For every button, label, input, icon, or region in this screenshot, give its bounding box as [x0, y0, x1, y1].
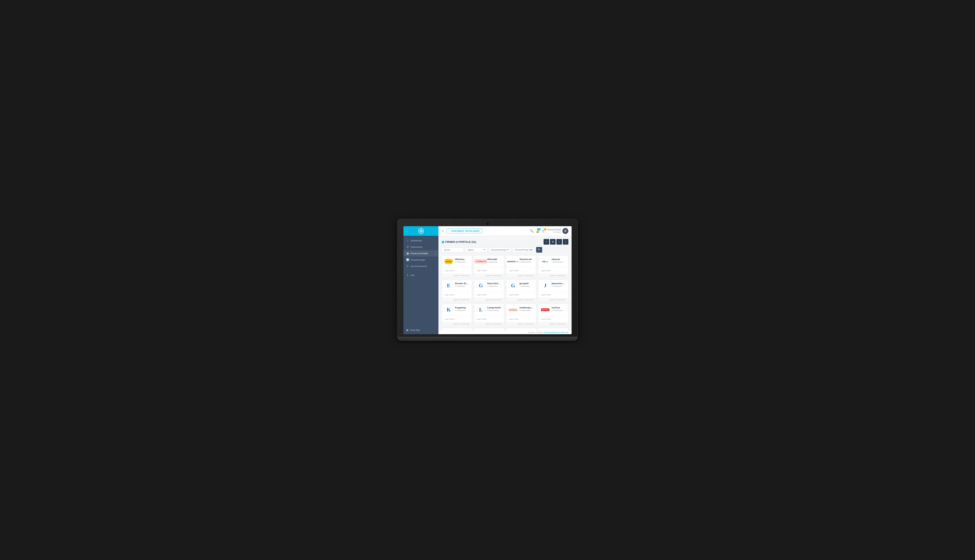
upload-button[interactable]: ↑ DOKUMENT HOCHLADEN [446, 228, 482, 233]
card-name-afterbuy: Afterbuy [455, 258, 469, 260]
status-bar: Zentrales Postfach: dvelopag2@getmyinvoi… [438, 330, 572, 334]
laptop-shell: ⏻ ⌂ Dashboard ☰ Dokumente ▦ F [397, 219, 578, 341]
sidebar-item-synchronisieren[interactable]: ↻ Synchronisieren [403, 263, 438, 269]
company-card-afterbuy[interactable]: afterbuy Afterbuy 1 Dokument [442, 255, 472, 278]
company-card-ebay[interactable]: ebay ebay.de 2 Dokumente [538, 255, 569, 278]
card-name-alternate: Alternate [487, 258, 502, 260]
search-button[interactable]: 🔍 [530, 229, 534, 233]
company-card-alternate[interactable]: ALTERNATE Alternate 1 Dokument [474, 255, 504, 278]
topbar-right: 🔍 🔔 17 🛒 0 Richard Rich [530, 228, 569, 234]
company-card-kupplung[interactable]: K Kupplung 1 Dokument [442, 304, 472, 326]
notification-bell[interactable]: 🔔 17 [536, 229, 540, 233]
afterbuy-logo: afterbuy [444, 258, 453, 265]
search-input[interactable] [442, 247, 464, 252]
app-container: ⏻ ⌂ Dashboard ☰ Dokumente ▦ F [403, 226, 572, 334]
page-header: ▦ FIRMEN & PORTALE (21) + ⚙ ↕ ⋮ [442, 239, 569, 245]
page-title: ▦ FIRMEN & PORTALE (21) [442, 240, 476, 243]
company-card-elcotec[interactable]: E Elcotec Electronic 1 Dokument [442, 280, 472, 302]
medimops-logo: medimops [509, 307, 518, 313]
user-info: Richard Richter dvelopag2 R [547, 228, 569, 234]
doctype-select[interactable]: Dokumententyp [489, 247, 511, 252]
sidebar-item-label-info: Info [411, 274, 415, 277]
screen: ⏻ ⌂ Dashboard ☰ Dokumente ▦ F [403, 226, 572, 334]
search-button-filter[interactable]: 🔍 [536, 247, 542, 253]
webcam [486, 223, 489, 225]
page-title-icon: ▦ [442, 240, 444, 243]
dokumente-icon: ☰ [406, 246, 409, 248]
company-card-mytoys[interactable]: myToys myToys 3 Dokumente [538, 304, 569, 326]
notification-badge: 17 [537, 228, 540, 230]
company-card-amazon[interactable]: amazon.de Amazon.de 9 Dokumente [506, 255, 536, 278]
company-card-jalousiescout[interactable]: J jalousiescout 1 Dokument [538, 280, 569, 302]
firmen-icon: ▦ [406, 252, 409, 255]
company-card-lampenwelt[interactable]: L Lampenwelt 3 Dokumente [474, 304, 504, 326]
firmen-arrow: ◀ [434, 252, 436, 255]
login-label: Login-Daten [444, 269, 455, 272]
sort-button[interactable]: ↕ [556, 239, 562, 245]
hamburger-icon[interactable]: ≡ [442, 229, 443, 233]
user-name: Richard Richter [547, 228, 561, 231]
filter-button[interactable]: ⚙ [550, 239, 555, 245]
sidebar-item-label-scanapp: Scan App [410, 329, 420, 331]
add-button[interactable]: + [544, 239, 549, 245]
sidebar-item-scanapp[interactable]: ▣ Scan App [406, 328, 436, 332]
topbar: ≡ ↑ DOKUMENT HOCHLADEN 🔍 🔔 17 [438, 226, 572, 236]
company-card-medimops[interactable]: medimops medimops.de 2 Dokumente [506, 304, 536, 326]
auswertungen-icon: 📊 [406, 258, 409, 261]
status-email-link[interactable]: dvelopag2@getmyinvoices.net [544, 332, 569, 333]
sidebar-item-firmen[interactable]: ▦ Firmen & Portale ◀ [403, 250, 438, 257]
ebay-logo: ebay [541, 258, 550, 265]
sidebar-item-label-dashboard: Dashboard [411, 239, 422, 242]
sidebar: ⏻ ⌂ Dashboard ☰ Dokumente ▦ F [403, 226, 438, 334]
dashboard-icon: ⌂ [406, 239, 409, 242]
alert-badge: 0 [544, 228, 546, 230]
company-card-paypal-monthly[interactable]: P PayPal Paypal - Monthly Summary 6 Doku… [506, 328, 536, 330]
page-body: ▦ FIRMEN & PORTALE (21) + ⚙ ↕ ⋮ [438, 236, 572, 330]
company-card-paypal[interactable]: P PayPal PayPal 67 Dokumente [474, 328, 504, 330]
sidebar-item-label-dokumente: Dokumente [411, 246, 422, 248]
alternate-logo: ALTERNATE [477, 258, 485, 265]
sidebar-item-label-synchronisieren: Synchronisieren [411, 265, 427, 267]
sidebar-logo: ⏻ [403, 226, 438, 236]
sidebar-item-info[interactable]: ℹ Info [403, 272, 438, 278]
portaltype-select[interactable]: Firmen/Portal-Typ [513, 247, 535, 252]
sidebar-item-label-firmen: Firmen & Portale [411, 252, 428, 255]
laptop-base [397, 337, 578, 341]
user-avatar[interactable]: R [562, 228, 569, 234]
company-card-ganz-einfach[interactable]: G Ganz Einfach 1 Dokument [474, 280, 504, 302]
sidebar-item-label-auswertungen: Auswertungen [411, 258, 425, 261]
mytoys-logo: myToys [541, 307, 550, 313]
action-buttons: + ⚙ ↕ ⋮ [544, 239, 569, 245]
filter-row: Status Dokumententyp Firmen/Portal-Typ 🔍 [442, 247, 569, 253]
screen-bezel: ⏻ ⌂ Dashboard ☰ Dokumente ▦ F [397, 219, 578, 337]
company-card-o2online[interactable]: O2 o2online.de 5 Dokumente [442, 328, 472, 330]
sidebar-nav: ⌂ Dashboard ☰ Dokumente ▦ Firmen & Porta… [403, 236, 438, 327]
app-logo-icon: ⏻ [418, 228, 424, 234]
card-docs-afterbuy: 1 Dokument [455, 261, 469, 263]
companies-grid: afterbuy Afterbuy 1 Dokument [442, 255, 569, 330]
company-card-group24[interactable]: G group24 1 Dokument [506, 280, 536, 302]
sidebar-item-dokumente[interactable]: ☰ Dokumente [403, 244, 438, 250]
sidebar-item-auswertungen[interactable]: 📊 Auswertungen [403, 257, 438, 263]
user-sub: dvelopag2 [547, 231, 561, 233]
amazon-logo: amazon.de [509, 258, 518, 265]
synchronisieren-icon: ↻ [406, 265, 409, 268]
scanapp-icon: ▣ [406, 328, 408, 332]
info-icon: ℹ [406, 274, 409, 277]
upload-icon: ↑ [449, 230, 450, 232]
more-button[interactable]: ⋮ [563, 239, 569, 245]
alert-bell[interactable]: 🛒 0 [542, 229, 545, 233]
main-content: ≡ ↑ DOKUMENT HOCHLADEN 🔍 🔔 17 [438, 226, 572, 334]
status-select[interactable]: Status [465, 247, 487, 252]
sidebar-item-dashboard[interactable]: ⌂ Dashboard [403, 237, 438, 244]
card-footer-afterbuy: Eigene Firma/Portal [442, 273, 472, 277]
sidebar-bottom: ▣ Scan App [403, 327, 438, 334]
company-card-polyplay[interactable]: P poly.play 1 Dokument [538, 328, 569, 330]
